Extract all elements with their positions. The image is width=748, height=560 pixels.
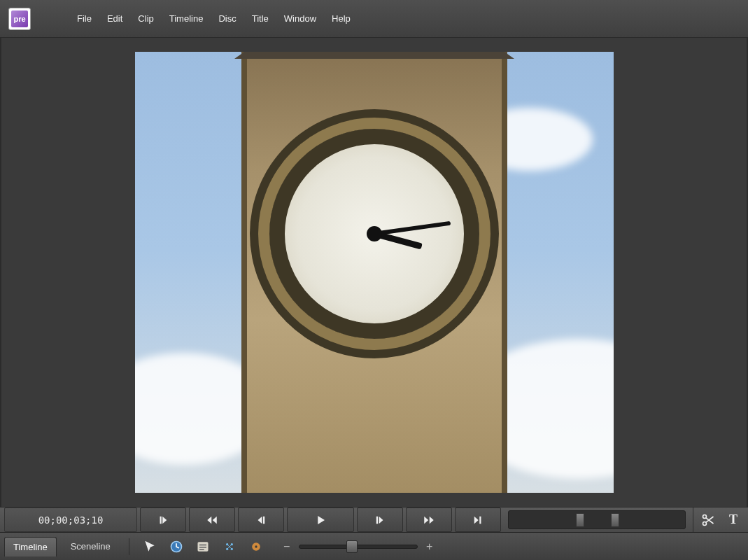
preview-tower <box>241 52 507 493</box>
dvd-marker-icon <box>249 540 263 554</box>
svg-rect-5 <box>199 547 206 548</box>
zoom-control: − + <box>281 540 436 553</box>
tab-timeline[interactable]: Timeline <box>4 537 57 556</box>
monitor-area <box>0 38 748 507</box>
fast-forward-button[interactable] <box>406 507 452 532</box>
rewind-button[interactable] <box>189 507 235 532</box>
menu-clip[interactable]: Clip <box>136 10 155 27</box>
out-point-icon <box>472 514 484 526</box>
timecode-display[interactable]: 00;00;03;10 <box>4 507 137 532</box>
properties-icon <box>196 540 210 554</box>
step-back-button[interactable] <box>238 507 284 532</box>
properties-tool-button[interactable] <box>192 536 213 557</box>
zoom-slider-thumb[interactable] <box>346 540 358 553</box>
marker-tool-button[interactable] <box>219 536 240 557</box>
menu-help[interactable]: Help <box>330 10 352 27</box>
menu-title[interactable]: Title <box>250 10 270 27</box>
menu-window[interactable]: Window <box>283 10 318 27</box>
in-point-icon <box>157 514 169 526</box>
app-logo-text: pre <box>11 10 28 27</box>
pointer-icon <box>143 540 157 554</box>
rewind-icon <box>206 514 218 526</box>
fast-forward-icon <box>423 514 435 526</box>
svg-point-12 <box>255 545 257 547</box>
play-icon <box>314 514 327 526</box>
zoom-in-button[interactable]: + <box>423 540 436 553</box>
step-forward-button[interactable] <box>357 507 403 532</box>
svg-rect-6 <box>199 549 204 550</box>
shuttle-slider[interactable] <box>508 510 686 529</box>
split-clip-button[interactable] <box>698 511 719 529</box>
clock-minute-hand <box>374 221 451 236</box>
time-stretch-tool-button[interactable] <box>166 536 187 557</box>
zoom-slider[interactable] <box>299 545 418 549</box>
marker-icon <box>223 540 237 554</box>
menu-file[interactable]: File <box>76 10 93 27</box>
app-logo: pre <box>8 8 31 30</box>
video-preview[interactable] <box>135 52 614 493</box>
scissors-icon <box>701 513 715 527</box>
clock-center <box>367 226 382 241</box>
clock-icon <box>169 540 183 554</box>
zoom-out-button[interactable]: − <box>281 540 293 553</box>
set-out-point-button[interactable] <box>455 507 501 532</box>
preview-clock-face <box>269 129 479 339</box>
transport-bar: 00;00;03;10 T <box>0 507 748 532</box>
menu-timeline[interactable]: Timeline <box>168 10 205 27</box>
step-forward-icon <box>374 514 386 526</box>
step-back-icon <box>255 514 267 526</box>
menu-bar: pre File Edit Clip Timeline Disc Title W… <box>0 0 748 38</box>
set-in-point-button[interactable] <box>140 507 186 532</box>
menu-edit[interactable]: Edit <box>106 10 124 27</box>
bottom-bar: Timeline Sceneline <box>0 532 748 560</box>
divider <box>129 538 129 555</box>
menu-disc[interactable]: Disc <box>217 10 237 27</box>
play-button[interactable] <box>287 507 354 532</box>
tab-sceneline[interactable]: Sceneline <box>62 537 119 556</box>
dvd-marker-tool-button[interactable] <box>246 536 267 557</box>
title-tool-button[interactable]: T <box>723 511 744 529</box>
svg-rect-4 <box>199 544 206 545</box>
transport-tools: T <box>693 507 744 532</box>
selection-tool-button[interactable] <box>139 536 160 557</box>
